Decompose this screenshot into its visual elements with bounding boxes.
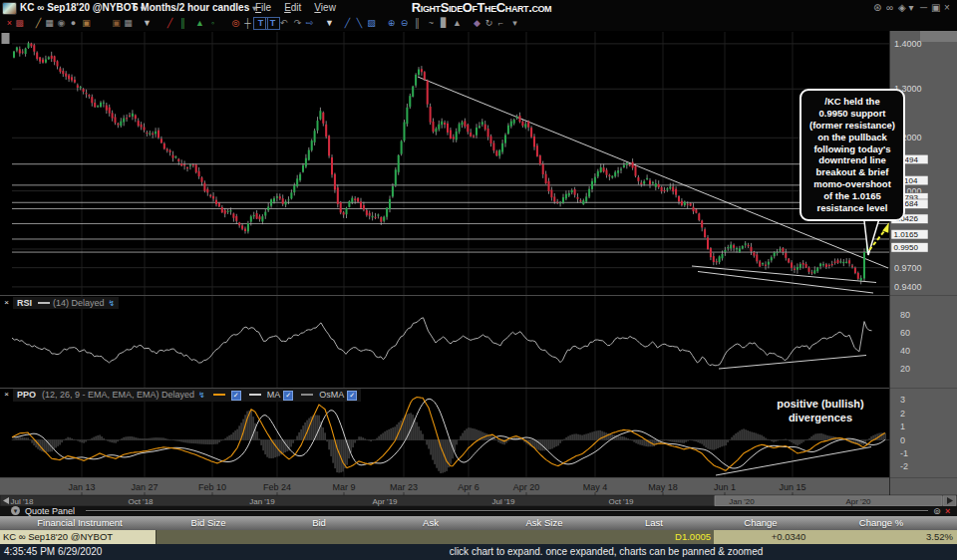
level-price-label: 1.0165 <box>894 230 919 239</box>
ppo-tick-label: -2 <box>900 461 908 471</box>
zoom-out-icon[interactable]: ⊖ <box>398 17 411 30</box>
symbol-button[interactable]: KC ∞ Sep18'20 @NYBOT▾ <box>20 2 145 13</box>
ppo-close-button[interactable]: × <box>2 390 11 399</box>
quote-panel-title: Quote Panel <box>25 506 75 516</box>
ppo-settings-icon[interactable]: ↯ <box>198 391 205 400</box>
ppo-line-sample <box>213 394 225 396</box>
scrollbar-date-label: Jul '18 <box>11 497 34 506</box>
arrow-tool-icon[interactable]: ⇨ <box>303 17 316 30</box>
osma-checkbox[interactable]: ✓ <box>347 391 357 401</box>
area-chart-icon[interactable]: ▲ <box>451 17 464 30</box>
last-price-cell: D1.0005 <box>598 530 711 544</box>
divider <box>86 510 928 512</box>
quote-panel-close-icon[interactable]: × <box>945 506 950 516</box>
title-bar: KC ∞ Sep18'20 @NYBOT▾ 6 Months/2 hour ca… <box>0 0 957 16</box>
line-chart-icon[interactable]: ~ <box>425 17 438 30</box>
funnel-icon[interactable]: ▼ <box>323 17 336 30</box>
column-header-change[interactable]: Change <box>691 517 830 528</box>
scrollbar-date-label: Jul '19 <box>492 497 515 506</box>
link-icon[interactable]: ∞ <box>886 2 893 14</box>
image-icon[interactable]: ▣ <box>80 17 93 30</box>
annotation-callout: /KC held the 0.9950 support (former resi… <box>799 89 905 221</box>
triangle-down-icon[interactable]: ▼ <box>141 17 154 30</box>
date-tick-label: Jan 27 <box>131 482 158 492</box>
menu-view[interactable]: View <box>314 2 336 13</box>
menu-edit[interactable]: Edit <box>284 2 301 13</box>
date-tick-label: Feb 24 <box>263 482 291 492</box>
axis-corner-button[interactable] <box>920 31 957 42</box>
app-icon <box>2 2 17 15</box>
rsi-header: RSI(14) Delayed↯ <box>13 297 119 309</box>
ma-checkbox[interactable]: ✓ <box>283 391 293 401</box>
status-bar: 4:35:45 PM 6/29/2020 click chart to expa… <box>0 544 957 560</box>
settings-gear-icon[interactable]: ⊛ <box>873 2 881 14</box>
date-tick-label: Mar 23 <box>390 482 418 492</box>
circle-tool-icon[interactable]: ● <box>67 17 80 30</box>
rsi-label: RSI <box>17 298 32 308</box>
undo-icon[interactable]: ↶ <box>277 17 290 30</box>
rsi-settings-icon[interactable]: ↯ <box>109 299 116 308</box>
drawing-toolbar: ×▩╱▦◉●▣▣▦▼╱║▲◦◎┼TT↶↷⇨▼╱╲▨⊕⊖║~▊▲◆↻⌐▾ <box>0 16 957 31</box>
change-cell: +0.0340 <box>744 530 833 544</box>
level-price-label: 0.9950 <box>894 243 919 252</box>
pin-icon[interactable]: ◈ ▾ <box>898 2 914 14</box>
status-caption: click chart to expand. once expanded, ch… <box>450 546 764 557</box>
wrench-icon[interactable]: ⌐ <box>494 17 507 30</box>
chart-corner-handle[interactable] <box>2 33 10 44</box>
date-tick-label: Apr 20 <box>513 482 540 492</box>
rsi-tick-label: 60 <box>900 328 910 338</box>
scrollbar-date-label: Apr '20 <box>845 497 871 506</box>
clock-text: 4:35:45 PM 6/29/2020 <box>4 546 102 557</box>
checker-icon[interactable]: ▩ <box>13 17 26 30</box>
date-tick-label: Feb 10 <box>198 482 226 492</box>
instrument-cell[interactable]: KC ∞ Sep18'20 @NYBOT <box>0 530 157 544</box>
price-tick-label: 1.4000 <box>894 39 922 49</box>
trendline-tool-icon[interactable]: ╱ <box>163 17 176 30</box>
collapse-icon[interactable]: ▾ <box>11 506 20 515</box>
zoom-in-icon[interactable]: ⊕ <box>385 17 398 30</box>
ppo-checkbox[interactable]: ✓ <box>231 391 241 401</box>
close-icon[interactable]: × <box>944 2 950 14</box>
site-logo: RightSideOfTheChart.com <box>397 0 566 15</box>
hatch-icon[interactable]: ▨ <box>365 17 378 30</box>
timeframe-button[interactable]: 6 Months/2 hour candles▾ <box>133 2 256 13</box>
timeframe-label: 6 Months/2 hour candles <box>133 2 249 13</box>
quote-table-row[interactable]: KC ∞ Sep18'20 @NYBOT D1.0005 +0.0340 3.5… <box>0 530 957 544</box>
layout-icon[interactable]: ▦ <box>122 17 135 30</box>
toolbar-dropdown-icon[interactable]: ▾ <box>508 17 521 30</box>
change-cells: +0.0340 3.52% <box>714 530 957 544</box>
price-tick-label: 0.9400 <box>894 282 922 292</box>
date-tick-label: Jun 15 <box>779 482 805 492</box>
rsi-tick-label: 80 <box>900 310 910 320</box>
ppo-tick-label: -1 <box>900 448 908 458</box>
ma-line-sample <box>249 394 261 396</box>
price-tick-label: 0.9700 <box>894 263 922 273</box>
osma-label: OsMA <box>319 390 344 400</box>
date-tick-label: Mar 9 <box>332 482 355 492</box>
ma-label: MA <box>267 390 281 400</box>
scrollbar-date-label: Jan '20 <box>729 497 755 506</box>
menu-file[interactable]: File <box>255 2 271 13</box>
candles-tool-icon[interactable]: ║ <box>176 17 189 30</box>
ppo-params: (12, 26, 9 - EMA, EMA, EMA) Delayed <box>42 390 194 400</box>
minimize-icon[interactable]: ─ <box>920 2 927 14</box>
date-tick-label: May 4 <box>583 482 608 492</box>
date-tick-label: May 18 <box>648 482 678 492</box>
column-header-financial-instrument[interactable]: Financial Instrument <box>10 517 150 528</box>
dot-tool-icon[interactable]: ◦ <box>206 17 219 30</box>
bar-chart-icon[interactable]: ║ <box>411 17 424 30</box>
column-header-change-[interactable]: Change % <box>811 517 951 528</box>
osma-line-sample <box>301 394 313 396</box>
change-pct-cell: 3.52% <box>926 530 953 544</box>
rsi-close-button[interactable]: × <box>2 298 11 307</box>
restore-icon[interactable]: ▣ <box>931 2 940 14</box>
rsi-tick-label: 40 <box>900 346 910 356</box>
scrollbar-date-label: Oct '18 <box>128 497 154 506</box>
ppo-tick-label: 0 <box>900 435 905 445</box>
globe-icon[interactable]: ⊚ <box>933 506 941 516</box>
candle-chart-icon[interactable]: ▊ <box>438 17 451 30</box>
scrollbar-date-label: Jan '19 <box>249 497 275 506</box>
menu-bar: FileEditView <box>255 2 349 13</box>
area-tool-icon[interactable]: ▲ <box>193 17 206 30</box>
divergence-annotation: positive (bullish) divergences <box>738 397 903 425</box>
